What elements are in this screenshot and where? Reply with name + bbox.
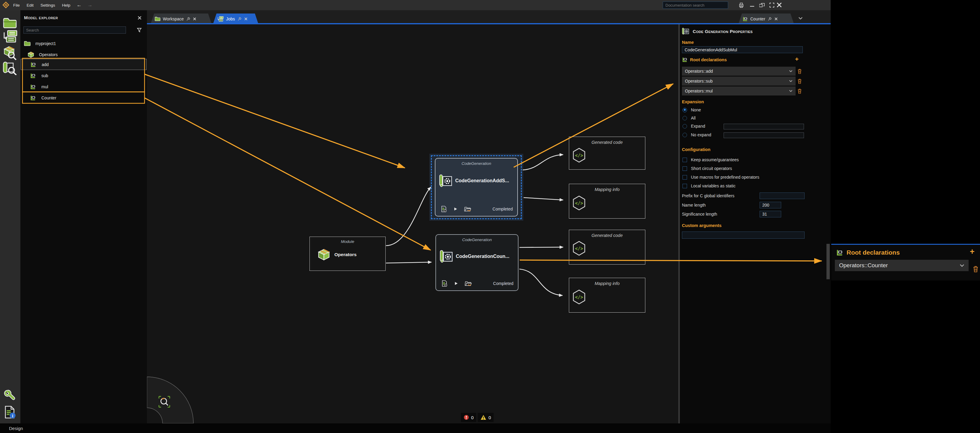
run-job-icon[interactable] [454,281,458,286]
explorer-search-input[interactable] [23,26,126,34]
nav-forward-icon[interactable]: → [88,2,93,8]
significance-length-input[interactable] [760,211,781,217]
radio-expansion-noexpand[interactable] [682,133,687,137]
add-root-declaration-button[interactable]: + [795,56,799,63]
close-window-button[interactable] [776,2,783,8]
module-node-operators[interactable]: Module Operators [309,236,386,271]
close-tab-icon[interactable] [193,17,196,21]
print-export-icon[interactable] [738,2,744,8]
artifact-mapping-info-1[interactable]: Mapping info [569,184,645,219]
delete-declaration-icon[interactable] [797,89,802,94]
callout-add-button[interactable]: + [970,247,975,256]
radio-expansion-expand[interactable] [682,124,687,128]
error-count: 0 [471,415,474,420]
close-tab-icon[interactable] [774,17,778,21]
open-results-folder-icon[interactable] [464,206,471,212]
artifact-title: Generated code [569,140,645,145]
expand-pattern-input[interactable] [724,124,804,129]
root-declaration-dropdown[interactable]: Operators::mul [682,86,795,96]
job-name-input[interactable] [682,46,803,53]
artifact-generated-code-1[interactable]: Generated code [569,137,645,169]
job-node-codegeneration-addsubmul[interactable]: CodeGeneration CodeGenerationAddS... Com… [435,158,518,216]
callout-declaration-dropdown[interactable]: Operators::Counter [835,260,969,271]
code-hexagon-icon [573,241,585,256]
job-node-codegeneration-counter[interactable]: CodeGeneration CodeGenerationCoun... Com… [436,234,519,291]
close-tab-icon[interactable] [244,17,248,21]
pin-icon[interactable] [237,17,242,21]
minimize-button[interactable] [749,2,755,8]
pin-icon[interactable] [186,17,191,21]
root-declaration-dropdown[interactable]: Operators::add [682,67,795,76]
app-logo-icon [2,2,9,8]
checkbox-short-circuit-operators[interactable] [682,166,687,171]
checkbox-keep-assume-guarantees[interactable] [682,158,687,162]
module-cube-icon [318,248,330,261]
radio-label: All [691,116,696,120]
open-results-folder-icon[interactable] [465,280,472,286]
operator-icon [836,249,843,256]
canvas-zoom-widget[interactable] [147,374,198,423]
name-length-input[interactable] [760,202,781,208]
projects-folder-icon[interactable] [3,18,17,29]
close-explorer-button[interactable] [137,16,142,20]
tree-item-counter[interactable]: Counter [30,92,56,103]
menu-edit[interactable]: Edit [26,3,34,8]
tab-counter[interactable]: Counter [738,13,794,24]
checkbox-use-macros[interactable] [682,175,687,180]
left-toolbar [0,10,21,423]
root-declaration-dropdown[interactable]: Operators::sub [682,77,795,86]
artifact-generated-code-2[interactable]: Generated code [569,230,645,265]
model-search-icon[interactable] [2,46,17,60]
menu-help[interactable]: Help [62,3,71,8]
checkbox-label: Keep assume/guarantees [691,157,739,162]
prefix-field-label: Prefix for C global identifiers [682,193,734,198]
radio-expansion-none[interactable] [682,108,687,112]
artifact-title: Mapping info [569,281,645,286]
custom-arguments-input[interactable] [682,232,805,239]
restore-window-button[interactable] [759,2,765,8]
tab-label: Counter [750,16,765,21]
callout-delete-icon[interactable] [973,266,978,272]
tree-item-myproject1[interactable]: myproject1 [24,38,56,49]
job-name: CodeGenerationCoun... [456,254,509,259]
tree-item-sub[interactable]: sub [30,70,48,81]
warning-count-badge[interactable]: 0 [478,413,493,422]
tab-jobs[interactable]: Jobs [213,13,258,24]
noexpand-pattern-input[interactable] [724,133,804,138]
model-explorer-panel: Model explorer myproject1 Operators add … [21,10,147,423]
tree-item-label: add [42,62,49,67]
menu-settings[interactable]: Settings [40,3,56,8]
artifact-mapping-info-2[interactable]: Mapping info [569,278,645,313]
menu-file[interactable]: File [13,3,21,8]
delete-declaration-icon[interactable] [797,79,802,84]
tools-wrench-icon[interactable] [3,389,17,403]
tree-item-mul[interactable]: mul [30,81,48,92]
operator-icon [30,62,36,67]
prefix-c-identifiers-input[interactable] [760,192,805,199]
fullscreen-button[interactable] [769,2,775,8]
jobs-flow-icon [217,16,224,22]
nav-back-icon[interactable]: ← [77,2,82,8]
radio-expansion-all[interactable] [682,116,687,120]
chevron-down-icon [789,80,792,82]
tree-item-add[interactable]: add [21,59,146,70]
declaration-value: Operators::sub [685,79,713,83]
checkbox-local-variables-static[interactable] [682,184,687,188]
documentation-search-input[interactable] [663,2,728,9]
pin-icon[interactable] [768,17,772,21]
filter-funnel-icon[interactable] [137,28,142,33]
delete-declaration-icon[interactable] [797,69,802,74]
application-window: </> [0,0,980,433]
tab-workspace[interactable]: Workspace [151,13,212,24]
jobs-canvas[interactable]: Module Operators CodeGeneration CodeGene… [147,24,678,423]
report-info-icon[interactable] [3,405,16,419]
operator-icon [30,84,36,90]
error-count-badge[interactable]: 0 [461,413,476,422]
tree-item-operators[interactable]: Operators [28,49,57,60]
view-report-icon[interactable] [441,280,447,287]
jobs-flow-icon[interactable] [2,30,18,43]
script-search-icon[interactable] [2,61,17,75]
tab-list-chevron-icon[interactable] [798,17,803,20]
run-job-icon[interactable] [453,207,458,211]
view-report-icon[interactable] [441,206,447,212]
